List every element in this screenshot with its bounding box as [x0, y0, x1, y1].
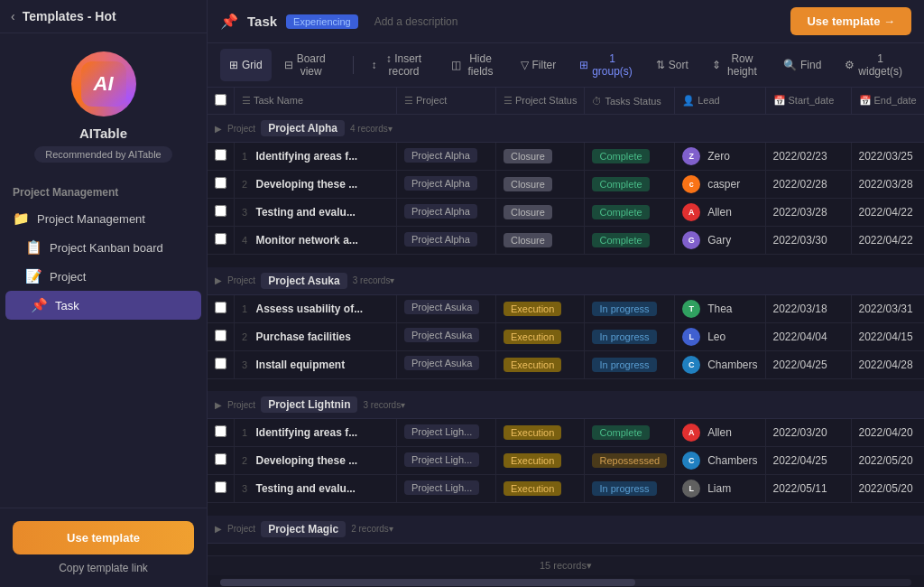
copy-link[interactable]: Copy template link	[13, 562, 194, 574]
widget-btn[interactable]: ⚙ 1 widget(s)	[836, 49, 911, 81]
filter-btn[interactable]: ▽ Filter	[512, 55, 566, 75]
sort-btn[interactable]: ⇅ Sort	[647, 55, 698, 75]
start-date-cell: 2022/03/30	[765, 227, 851, 255]
col-header-start: 📅Start_date	[765, 88, 851, 115]
group-spacer	[208, 255, 924, 267]
pstatus-cell: Execution	[496, 294, 585, 322]
lead-avatar: A	[682, 424, 700, 442]
task-name-cell: 2 Developing these ...	[235, 171, 397, 199]
use-template-sidebar-button[interactable]: Use template	[13, 521, 194, 554]
group-toggle-0[interactable]: ▶	[215, 124, 222, 134]
tstatus-badge: Complete	[592, 233, 649, 247]
row-select-checkbox[interactable]	[215, 330, 226, 341]
grid-view-tab[interactable]: ⊞ Grid	[220, 49, 272, 81]
row-checkbox[interactable]	[208, 171, 235, 199]
sidebar-footer: Use template Copy template link	[0, 508, 207, 587]
row-checkbox[interactable]	[208, 447, 235, 475]
insert-record-btn[interactable]: ↕ ↕ Insert record	[362, 49, 436, 81]
table-row[interactable]: 2 Developing these ... Project Ligh... E…	[208, 447, 924, 475]
task-title-icon: 📌	[220, 13, 238, 30]
table-row[interactable]: 3 Testing and evalu... Project Ligh... E…	[208, 475, 924, 503]
horizontal-scrollbar[interactable]	[220, 579, 911, 586]
use-template-main-button[interactable]: Use template →	[790, 7, 911, 35]
row-select-checkbox[interactable]	[215, 233, 226, 245]
table-row[interactable]: 1 Assess usability of... Project Asuka E…	[208, 294, 924, 322]
table-row[interactable]: 1 Identifying areas f... Project Ligh...…	[208, 419, 924, 447]
table-row[interactable]: 4 Monitor network a... Project Alpha Clo…	[208, 227, 924, 255]
row-checkbox[interactable]	[208, 143, 235, 171]
row-select-checkbox[interactable]	[215, 453, 226, 465]
row-checkbox[interactable]	[208, 350, 235, 378]
sidebar-item-task[interactable]: 📌 Task	[5, 291, 201, 320]
pstatus-badge: Execution	[504, 425, 561, 440]
group-toggle-1[interactable]: ▶	[215, 275, 222, 285]
end-date-cell: 2022/04/28	[851, 350, 924, 378]
select-all-checkbox[interactable]	[215, 94, 226, 106]
sidebar-item-project-management[interactable]: 📁 Project Management	[0, 204, 207, 233]
row-select-checkbox[interactable]	[215, 177, 226, 189]
back-icon[interactable]: ‹	[11, 9, 15, 23]
row-checkbox[interactable]	[208, 419, 235, 447]
col-start-label: Start_date	[789, 95, 835, 106]
widget-label: 1 widget(s)	[858, 52, 902, 78]
row-height-btn[interactable]: ⇕ Row height	[703, 49, 769, 81]
group-label-small: Project	[227, 124, 255, 134]
find-btn[interactable]: 🔍 Find	[774, 49, 830, 81]
row-select-checkbox[interactable]	[215, 149, 226, 161]
table-row[interactable]: 2 Purchase facilities Project Asuka Exec…	[208, 322, 924, 350]
row-select-checkbox[interactable]	[215, 205, 226, 217]
sidebar-item-label: Task	[55, 299, 79, 312]
pstatus-cell: Execution	[496, 322, 585, 350]
header-left: 📌 Task Experiencing Add a description	[220, 13, 457, 30]
scrollbar-thumb[interactable]	[220, 579, 635, 586]
tstatus-cell: In progress	[585, 350, 675, 378]
table-row[interactable]: 2 Developing these ... Project Alpha Clo…	[208, 171, 924, 199]
sidebar-logo-area: AI AITable Recommended by AITable	[0, 33, 207, 173]
lead-col-icon: 👤	[682, 95, 695, 106]
row-num: 1	[242, 151, 247, 162]
task-name-cell: 1 Identifying areas f...	[235, 143, 397, 171]
row-checkbox[interactable]	[208, 199, 235, 227]
lead-inner: G Gary	[682, 231, 757, 249]
row-num: 2	[242, 179, 247, 190]
table-row[interactable]: 3 Testing and evalu... Project Alpha Clo…	[208, 199, 924, 227]
lead-avatar: C	[682, 356, 700, 374]
row-checkbox[interactable]	[208, 322, 235, 350]
sidebar-item-kanban[interactable]: 📋 Project Kanban board	[0, 233, 207, 262]
lead-inner: c casper	[682, 175, 757, 193]
task-name-cell: 3 Testing and evalu...	[235, 199, 397, 227]
row-select-checkbox[interactable]	[215, 425, 226, 437]
col-header-project: ☰Project	[397, 88, 496, 115]
row-checkbox[interactable]	[208, 227, 235, 255]
group-toggle-3[interactable]: ▶	[215, 524, 222, 534]
group-label-0: Project Alpha	[261, 120, 345, 136]
sidebar-item-project[interactable]: 📝 Project	[0, 262, 207, 291]
lead-cell: L Leo	[675, 322, 765, 350]
table-row[interactable]: 3 Install equipment Project Asuka Execut…	[208, 350, 924, 378]
tstatus-badge: In progress	[592, 358, 656, 372]
add-description[interactable]: Add a description	[374, 15, 458, 28]
toolbar-separator	[353, 56, 354, 74]
lead-name: Gary	[707, 234, 731, 247]
group-btn[interactable]: ⊞ 1 group(s)	[570, 49, 642, 81]
row-select-checkbox[interactable]	[215, 481, 226, 493]
row-checkbox[interactable]	[208, 475, 235, 503]
pstatus-cell: Execution	[496, 447, 585, 475]
lead-inner: L Liam	[682, 480, 757, 498]
lead-cell: c casper	[675, 171, 765, 199]
row-select-checkbox[interactable]	[215, 302, 226, 313]
lead-name: Allen	[707, 426, 732, 439]
group-toggle-2[interactable]: ▶	[215, 400, 222, 410]
records-bar[interactable]: 15 records▾	[208, 555, 924, 575]
end-date-cell: 2022/04/20	[851, 419, 924, 447]
task-name-cell: 1 Assess usability of...	[235, 294, 397, 322]
board-view-tab[interactable]: ⊟ Board view	[275, 49, 335, 81]
table-row[interactable]: 1 Identifying areas f... Project Alpha C…	[208, 143, 924, 171]
row-select-checkbox[interactable]	[215, 358, 226, 369]
lead-inner: T Thea	[682, 300, 757, 318]
project-pill: Project Ligh...	[404, 424, 479, 439]
recommended-badge: Recommended by AITable	[34, 146, 171, 163]
task-name-cell: 2 Purchase facilities	[235, 322, 397, 350]
hide-fields-btn[interactable]: ◫ Hide fields	[442, 49, 506, 81]
row-checkbox[interactable]	[208, 294, 235, 322]
